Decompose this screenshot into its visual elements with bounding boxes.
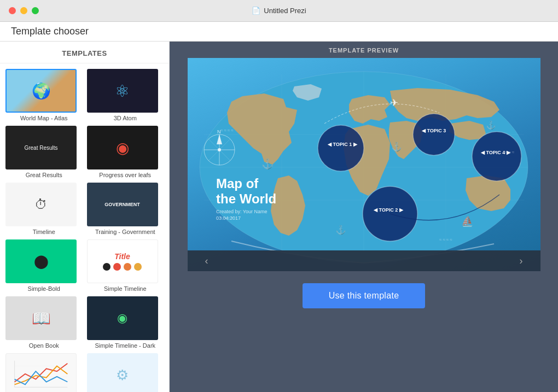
svg-point-11	[318, 125, 364, 171]
template-label-simple-dark: Simple Timeline - Dark	[87, 342, 164, 349]
window-title-text: Untitled Prezi	[264, 7, 306, 15]
app-header: Template chooser	[0, 22, 558, 42]
map-preview: ◀ TOPIC 1 ▶ ◀ TOPIC 2 ▶ ◀ TOPIC 3 ◀ TOPI…	[188, 58, 540, 271]
template-thumb-simple-bold	[5, 239, 77, 283]
svg-text:≈≈≈≈: ≈≈≈≈	[220, 128, 235, 133]
template-thumb-government: GOVERNMENT	[87, 183, 158, 226]
template-item-simple-dark[interactable]: Simple Timeline - Dark	[87, 296, 164, 349]
template-item-great-results[interactable]: Great Results Great Results	[5, 126, 83, 178]
template-thumb-simple-timeline: Title	[87, 239, 158, 283]
dot-2	[113, 263, 121, 271]
template-item-government[interactable]: GOVERNMENT Training - Government	[87, 183, 164, 235]
svg-text:◀ TOPIC 1 ▶: ◀ TOPIC 1 ▶	[327, 142, 358, 147]
next-arrow[interactable]: ›	[513, 253, 530, 269]
svg-text:≈≈≈≈: ≈≈≈≈	[439, 237, 454, 242]
dot-1	[103, 263, 111, 271]
main-layout: TEMPLATES World Map - Atlas 3D Atom Grea…	[0, 42, 558, 392]
svg-text:⚓: ⚓	[261, 158, 274, 170]
template-label-3d-atom: 3D Atom	[87, 115, 164, 121]
template-thumb-line-chart	[5, 353, 77, 392]
template-item-simple-timeline[interactable]: Title Simple Timeline	[87, 239, 164, 292]
content-area: TEMPLATE PREVIEW	[170, 42, 558, 392]
svg-text:03.04.2017: 03.04.2017	[216, 215, 241, 221]
template-item-open-book[interactable]: Open Book	[5, 296, 83, 349]
template-thumb-future	[87, 353, 158, 392]
svg-text:≈≈≈: ≈≈≈	[505, 150, 515, 155]
preview-nav: ‹ ›	[188, 250, 540, 271]
svg-point-17	[472, 132, 521, 181]
template-thumb-great-results: Great Results	[5, 126, 77, 169]
svg-text:Created by: Your Name: Created by: Your Name	[216, 209, 268, 214]
svg-text:◀ TOPIC 3: ◀ TOPIC 3	[421, 128, 446, 133]
line-chart-svg	[9, 355, 73, 392]
template-thumb-open-book	[5, 296, 77, 340]
svg-text:⚓: ⚓	[335, 225, 346, 235]
svg-text:◀ TOPIC 2 ▶: ◀ TOPIC 2 ▶	[373, 207, 404, 213]
svg-point-15	[413, 114, 455, 155]
svg-text:⚓: ⚓	[391, 142, 402, 152]
map-svg: ◀ TOPIC 1 ▶ ◀ TOPIC 2 ▶ ◀ TOPIC 3 ◀ TOPI…	[188, 58, 540, 271]
dot-4	[134, 263, 142, 271]
template-label-simple-timeline: Simple Timeline	[87, 285, 164, 292]
template-label-simple-bold: Simple-Bold	[5, 285, 83, 292]
simple-timeline-title: Title	[114, 252, 130, 261]
template-label-timeline: Timeline	[5, 229, 83, 235]
maximize-button[interactable]	[32, 7, 39, 14]
template-thumb-world-map	[5, 69, 77, 113]
svg-text:⚓: ⚓	[486, 120, 496, 130]
template-label-progress: Progress over leafs	[87, 172, 164, 178]
app-title: Template chooser	[11, 26, 89, 37]
preview-header: TEMPLATE PREVIEW	[170, 42, 558, 58]
template-thumb-progress	[87, 126, 158, 169]
titlebar: 📄 Untitled Prezi	[0, 0, 558, 22]
preview-container: ◀ TOPIC 1 ▶ ◀ TOPIC 2 ▶ ◀ TOPIC 3 ◀ TOPI…	[188, 58, 540, 271]
template-item-world-map[interactable]: World Map - Atlas	[5, 69, 83, 121]
template-item-simple-bold[interactable]: Simple-Bold	[5, 239, 83, 292]
svg-text:⛵: ⛵	[461, 215, 474, 227]
template-item-future[interactable]: Future	[87, 353, 164, 392]
svg-text:✈: ✈	[390, 97, 398, 108]
template-thumb-simple-dark	[87, 296, 158, 340]
close-button[interactable]	[9, 7, 16, 14]
template-thumb-timeline	[5, 183, 77, 226]
window-title: 📄 Untitled Prezi	[252, 7, 306, 15]
template-thumb-3d-atom	[87, 69, 158, 113]
dot-3	[124, 263, 131, 271]
template-item-progress[interactable]: Progress over leafs	[87, 126, 164, 178]
sidebar-header: TEMPLATES	[0, 42, 169, 63]
svg-text:the World: the World	[216, 191, 276, 206]
template-label-open-book: Open Book	[5, 342, 83, 349]
template-grid: World Map - Atlas 3D Atom Great Results …	[0, 63, 169, 392]
template-label-world-map: World Map - Atlas	[5, 115, 83, 121]
svg-text:Map of: Map of	[216, 176, 259, 191]
template-item-timeline[interactable]: Timeline	[5, 183, 83, 235]
use-template-button[interactable]: Use this template	[303, 283, 426, 308]
template-item-line-chart[interactable]: Line Chart	[5, 353, 83, 392]
template-label-great-results: Great Results	[5, 172, 83, 178]
timeline-dots	[103, 263, 142, 271]
doc-icon: 📄	[252, 7, 260, 15]
traffic-lights	[9, 7, 39, 14]
template-item-3d-atom[interactable]: 3D Atom	[87, 69, 164, 121]
template-label-government: Training - Government	[87, 229, 164, 235]
sidebar: TEMPLATES World Map - Atlas 3D Atom Grea…	[0, 42, 170, 392]
prev-arrow[interactable]: ‹	[199, 253, 215, 269]
minimize-button[interactable]	[20, 7, 27, 14]
